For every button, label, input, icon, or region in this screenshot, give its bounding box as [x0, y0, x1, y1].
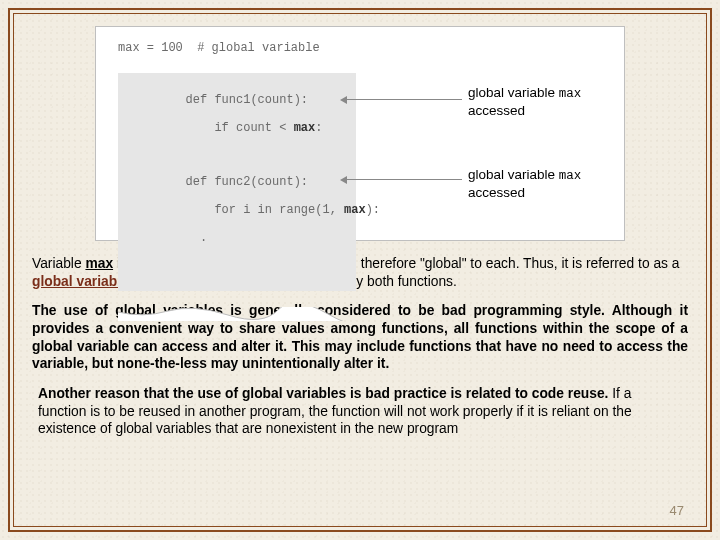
text: Variable [32, 256, 85, 271]
code-line-post: : [315, 121, 322, 135]
var-max: max [85, 256, 113, 271]
annot-text: global variable [468, 167, 559, 182]
annotation-1: global variable max accessed [468, 85, 581, 120]
arrow-icon [346, 179, 462, 180]
arrow-icon [346, 99, 462, 100]
code-line: . [186, 231, 208, 245]
annot-text: accessed [468, 103, 525, 118]
paragraph-2: The use of global variables is generally… [32, 302, 688, 373]
annot-text: global variable [468, 85, 559, 100]
code-block-func2: def func2(count): for i in range(1, max)… [118, 155, 356, 291]
text: , and therefore "global" to each. Thus, … [326, 256, 679, 271]
code-global-decl: max = 100 # global variable [118, 41, 320, 55]
text-bold: Another reason that the use of global va… [38, 386, 608, 401]
code-figure: max = 100 # global variable def func1(co… [95, 26, 625, 241]
paragraph-3: Another reason that the use of global va… [32, 385, 688, 438]
term-global-variable: global variable [32, 274, 129, 289]
code-line-pre: if count < [186, 121, 294, 135]
code-line-post: ): [366, 203, 380, 217]
code-line: def func2(count): [186, 175, 308, 189]
annot-mono: max [559, 87, 582, 101]
slide-inner-frame: max = 100 # global variable def func1(co… [13, 13, 707, 527]
annotation-2: global variable max accessed [468, 167, 581, 202]
page-number: 47 [670, 503, 684, 518]
annot-mono: max [559, 169, 582, 183]
annot-text: accessed [468, 185, 525, 200]
code-line: def func1(count): [186, 93, 308, 107]
code-line-pre: for i in range(1, [186, 203, 344, 217]
torn-edge [118, 279, 356, 293]
slide-outer-frame: max = 100 # global variable def func1(co… [8, 8, 712, 532]
code-var-max: max [294, 121, 316, 135]
code-var-max: max [344, 203, 366, 217]
